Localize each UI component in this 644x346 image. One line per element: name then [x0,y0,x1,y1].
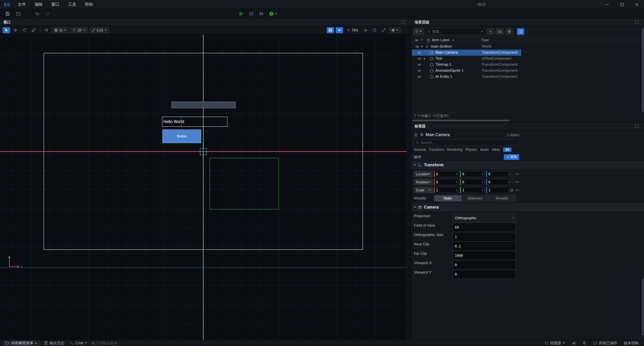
scale-y-field[interactable] [460,187,484,193]
tab-audio[interactable]: Audio [480,148,489,152]
rotation-z-input[interactable] [487,180,508,184]
hierarchy-row-text[interactable]: Text UITextComponent [412,56,521,62]
tab-all[interactable]: All [503,148,512,152]
inspector-search-input[interactable] [421,140,517,145]
location-z-field[interactable] [486,171,511,177]
hierarchy-horizontal-scrollbar[interactable] [411,119,644,122]
rotation-z-field[interactable] [486,179,511,185]
menu-window[interactable]: 窗口 [47,0,64,9]
link-axes-icon[interactable] [515,172,519,176]
expand-panel-icon[interactable] [635,20,639,24]
network-status-button[interactable] [569,340,578,346]
spinner-icon[interactable] [508,173,510,175]
save-button[interactable] [4,10,11,17]
rollback-dropdown[interactable]: 回退器 [542,340,568,346]
rotation-dropdown[interactable]: Rotation [414,179,433,185]
world-dropdown[interactable] [389,27,400,33]
hierarchy-row-animatedsprite[interactable]: AnimatedSprite 1 TransformComponent [412,68,521,74]
far-clip-input[interactable] [453,254,516,257]
undo-button[interactable] [34,10,41,17]
visibility-column-icon[interactable] [415,38,419,42]
chevron-right-icon[interactable] [424,58,425,60]
move-tool-button[interactable] [12,27,19,33]
rotation-y-input[interactable] [461,180,482,184]
hierarchy-row-main-camera[interactable]: Main Camera TransformComponent [412,50,521,56]
scale-x-field[interactable] [434,187,458,193]
viewport-y-field[interactable] [453,270,516,279]
minimize-button[interactable] [600,0,614,9]
spinner-icon[interactable] [456,181,458,183]
rotation-y-field[interactable] [460,179,484,185]
favorite-column-icon[interactable]: ☆ [420,37,424,42]
eye-icon[interactable] [417,51,421,55]
link-axes-icon[interactable] [515,180,519,184]
scale-z-field[interactable] [486,187,511,193]
menu-help[interactable]: 帮助 [80,0,97,9]
scale-y-input[interactable] [461,188,482,192]
type-column[interactable]: Type [481,38,489,42]
location-y-input[interactable] [461,172,482,176]
rotation-x-field[interactable] [434,179,458,185]
tab-physics[interactable]: Physics [466,148,477,152]
scrollbar-thumb[interactable] [642,28,644,112]
mobility-movable-option[interactable]: Movable [489,195,516,201]
hierarchy-search-input[interactable] [432,30,480,34]
row-label[interactable]: AnimatedSprite 1 [435,68,464,72]
camera-section-header[interactable]: Camera [411,204,644,211]
play-button[interactable] [237,10,245,17]
version-control-button[interactable]: 版本控制 [621,340,641,346]
content-drawer-button[interactable]: 内容侧滑菜单 [3,340,40,346]
hierarchy-row-ai-entity[interactable]: AI Entity 1 TransformComponent [412,74,521,80]
uniform-scale-lock-icon[interactable] [510,188,514,192]
spinner-icon[interactable] [456,173,458,175]
rotation-x-input[interactable] [435,180,456,184]
scale-z-input[interactable] [487,188,508,192]
maximize-viewport-button[interactable] [380,27,387,33]
redo-button[interactable] [44,10,52,17]
spinner-icon[interactable] [456,189,458,191]
step-button[interactable] [258,10,265,17]
field-of-view-input[interactable] [453,226,516,229]
location-y-field[interactable] [460,171,484,177]
row-label[interactable]: main (Editor) [431,44,452,48]
transform-section-header[interactable]: Transform [411,161,644,169]
scrollbar-thumb[interactable] [642,278,644,335]
mobility-stationary-option[interactable]: Stationary [462,195,489,201]
spinner-icon[interactable] [482,189,484,191]
console-command-input[interactable] [92,341,145,345]
hierarchy-settings-button[interactable]: ⚙ [505,28,513,35]
location-z-input[interactable] [487,172,508,176]
hierarchy-row-main[interactable]: ⌂ main (Editor) World [412,44,521,50]
stats-button[interactable] [362,27,369,33]
spinner-icon[interactable] [482,173,484,175]
grid-snap-dropdown[interactable]: 10 [52,27,68,33]
grid-toggle-button[interactable] [327,27,334,33]
location-x-field[interactable] [434,171,458,177]
chevron-down-icon[interactable] [481,31,483,32]
layout-toggle-button[interactable] [517,28,524,35]
row-label[interactable]: AI Entity 1 [435,74,452,78]
menu-edit[interactable]: 编辑 [30,0,47,9]
lock-column-icon[interactable] [426,38,430,42]
viewport-canvas[interactable]: Hello World Button x [0,35,411,340]
slider-widget[interactable] [171,102,236,108]
sort-ascending-icon[interactable] [452,39,454,41]
viewport-y-input[interactable] [453,273,516,276]
text-widget[interactable]: Hello World [162,117,227,127]
lock-icon[interactable] [414,133,418,137]
eye-icon[interactable] [417,57,421,61]
gizmo-visibility-button[interactable] [336,27,343,33]
location-x-input[interactable] [435,172,456,176]
spinner-icon[interactable] [482,181,484,183]
new-folder-button[interactable] [496,28,504,35]
link-axes-icon[interactable] [515,188,519,192]
menu-file[interactable]: 文件 [13,0,30,9]
cmd-dropdown[interactable]: Cmd [67,340,90,346]
close-button[interactable] [629,0,644,9]
item-label-column[interactable]: Item Label [432,38,449,42]
tab-general[interactable]: General [414,148,426,152]
mobility-static-option[interactable]: Static [434,195,462,201]
angle-snap-dropdown[interactable]: 15° [70,27,88,33]
row-label[interactable]: Main Camera [435,50,458,54]
eye-icon[interactable] [417,69,421,73]
